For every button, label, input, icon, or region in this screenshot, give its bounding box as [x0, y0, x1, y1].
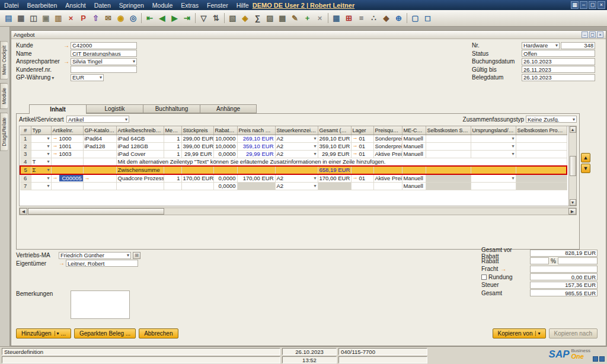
grid-cell[interactable]: ▾A2 [275, 182, 318, 190]
dropdown-icon[interactable]: ▾ [512, 143, 514, 150]
menu-hilfe[interactable]: Hilfe [232, 2, 253, 9]
grid-cell[interactable] [471, 166, 516, 174]
rabatt-percent-field[interactable] [530, 257, 549, 264]
grid-cell[interactable]: 1 [164, 135, 181, 142]
menu-ansicht[interactable]: Ansicht [61, 2, 90, 9]
horizontal-scrollbar[interactable]: ◀ ▶ [19, 207, 577, 215]
grid-cell[interactable]: 299,00 EUR [181, 135, 213, 142]
grid-cell[interactable]: 7 [20, 182, 31, 190]
link-arrow-icon[interactable]: → [353, 175, 358, 180]
grid-cell[interactable]: ▾ [471, 142, 516, 150]
menu-bearbeiten[interactable]: Bearbeiten [23, 2, 62, 9]
grid-cell[interactable]: ▾Σ [31, 166, 51, 174]
grid-cell[interactable]: iPad64 [83, 135, 116, 142]
window-tile-icon[interactable]: ◻ [421, 12, 434, 24]
table-row[interactable]: 5▾ΣZwischensumme658,19 EUR [20, 166, 567, 174]
grid-cell[interactable]: 658,19 EUR [318, 166, 351, 174]
grid-cell[interactable]: ▾A2 [275, 135, 318, 142]
column-header-2[interactable]: Artikelnr. [51, 126, 83, 135]
kopieren-von-button[interactable]: Kopieren von ▾ [493, 328, 546, 339]
grid-cell[interactable]: ▾T [31, 158, 51, 166]
add-row-icon[interactable]: + [301, 12, 314, 24]
vertical-scrollbar[interactable]: ▲ ▼ [568, 126, 576, 206]
grid-cell[interactable]: Aktive Preisl [373, 150, 402, 158]
dropdown-icon[interactable]: ▾ [47, 158, 49, 165]
statusbar-icon[interactable] [599, 356, 605, 362]
grid-cell[interactable] [516, 174, 567, 183]
grid-cell[interactable]: 359,10 EUR [237, 142, 275, 150]
scrollbar-thumb[interactable] [570, 156, 576, 176]
grid-cell[interactable] [516, 166, 567, 174]
grid-cell[interactable]: →1003 [51, 150, 83, 158]
grid-cell[interactable]: 29,99 EUR [318, 150, 351, 158]
lock-screen-icon[interactable]: ◉ [114, 12, 127, 24]
grid-cell[interactable]: Mit dem alternativen Zeilentyp "Text" kö… [116, 158, 567, 166]
grid-cell[interactable]: →01 [351, 150, 373, 158]
table-row[interactable]: 7▾0,0000▾A2Manuell [20, 182, 567, 190]
belegdatum-field[interactable]: 26.10.2023 [522, 74, 595, 81]
grid-cell[interactable] [426, 150, 471, 158]
dropdown-icon[interactable]: ▾ [314, 175, 316, 182]
dropdown-icon[interactable]: ▾ [512, 175, 514, 182]
grid-cell[interactable]: 359,10 EUR [318, 142, 351, 150]
form-settings-icon[interactable]: ⊞ [343, 12, 355, 24]
chevron-down-icon[interactable]: ▾ [55, 331, 59, 336]
grid-cell[interactable] [116, 182, 164, 190]
column-header-4[interactable]: Artikelbeschreibung [116, 126, 164, 135]
dropdown-icon[interactable]: ▾ [47, 135, 49, 142]
dropdown-icon[interactable]: ▾ [125, 117, 127, 122]
grid-cell[interactable]: Quadcore Prozessor 3.4 G [116, 174, 164, 183]
grid-cell[interactable] [351, 182, 373, 190]
side-tab-mein-cockpit[interactable]: Mein Cockpit [0, 41, 8, 79]
filter-table-icon[interactable]: ▽ [197, 12, 210, 24]
grid-cell[interactable]: →01 [351, 135, 373, 142]
restore-icon[interactable]: ◻ [589, 1, 596, 9]
paste-icon[interactable]: ▥ [52, 12, 65, 24]
grid-cell[interactable] [164, 166, 181, 174]
scroll-left-icon[interactable]: ◀ [20, 208, 27, 215]
dropdown-icon[interactable]: ▾ [314, 183, 316, 190]
grid-cell[interactable]: Manuell [402, 182, 426, 190]
grid-cell[interactable] [51, 166, 83, 174]
gross-profit-icon[interactable]: ∑ [251, 12, 264, 24]
grid-cell[interactable] [181, 182, 213, 190]
statusbar-icon[interactable] [593, 356, 598, 362]
grid-cell[interactable] [83, 158, 116, 166]
tab-anhänge[interactable]: Anhänge [200, 104, 257, 113]
grid-cell[interactable]: 1 [20, 135, 31, 142]
grid-cell[interactable]: iPad 128GB [116, 142, 164, 150]
grid-cell[interactable] [318, 182, 351, 190]
business-partner-icon[interactable]: ◆ [380, 12, 392, 24]
column-header-10[interactable]: Gesamt (HW) [318, 126, 351, 135]
grid-cell[interactable]: →01 [351, 174, 373, 183]
grid-cell[interactable]: →1001 [51, 142, 83, 150]
link-arrow-icon[interactable]: → [63, 43, 69, 49]
dropdown-icon[interactable]: ▾ [133, 59, 135, 64]
eigentuemer-field[interactable]: Leitner, Robert [66, 260, 138, 267]
grid-cell[interactable] [237, 182, 275, 190]
grid-header-row[interactable]: #TypArtikelnr.GP-Katalognr.Artikelbeschr… [20, 126, 567, 135]
column-header-0[interactable]: # [20, 126, 31, 135]
find-icon[interactable]: ◎ [127, 12, 139, 24]
dropdown-icon[interactable]: ▾ [555, 43, 558, 48]
grid-cell[interactable]: 0,0000 [213, 182, 237, 190]
column-header-12[interactable]: Preisquelle [373, 126, 402, 135]
restore-icon[interactable]: ◻ [589, 31, 596, 38]
link-arrow-icon[interactable]: → [63, 59, 69, 65]
waehrung-label[interactable]: GP-Währung▾ [16, 74, 63, 81]
menu-datei[interactable]: Datei [0, 2, 23, 9]
copy-icon[interactable]: ▣ [40, 12, 52, 24]
grid-cell[interactable] [373, 182, 402, 190]
grid-cell[interactable]: ▾A2 [275, 174, 318, 183]
grid-cell[interactable]: →1000 [51, 135, 83, 142]
grid-cell[interactable]: Manuell [402, 150, 426, 158]
column-header-1[interactable]: Typ [31, 126, 51, 135]
link-arrow-icon[interactable]: → [53, 175, 58, 180]
bemerkungen-textarea[interactable] [71, 290, 130, 319]
fracht-field[interactable] [530, 266, 598, 273]
grid-cell[interactable] [426, 135, 471, 142]
row-up-button[interactable]: ▲ [581, 153, 590, 162]
menu-daten[interactable]: Daten [90, 2, 115, 9]
dropdown-icon[interactable]: ▾ [47, 151, 49, 158]
grid-cell[interactable]: 1 [164, 150, 181, 158]
